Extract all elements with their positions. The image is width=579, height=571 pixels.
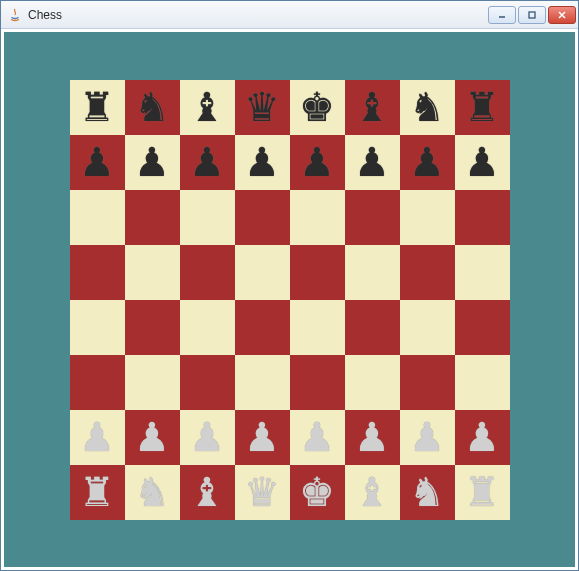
square-d1[interactable]: ♛ — [235, 465, 290, 520]
square-a3[interactable] — [70, 355, 125, 410]
black-pawn[interactable]: ♟ — [79, 142, 115, 182]
minimize-button[interactable] — [488, 6, 516, 24]
black-rook[interactable]: ♜ — [79, 87, 115, 127]
square-e8[interactable]: ♚ — [290, 80, 345, 135]
square-c8[interactable]: ♝ — [180, 80, 235, 135]
white-pawn[interactable]: ♟ — [299, 417, 335, 457]
square-d8[interactable]: ♛ — [235, 80, 290, 135]
square-b5[interactable] — [125, 245, 180, 300]
square-g6[interactable] — [400, 190, 455, 245]
black-pawn[interactable]: ♟ — [299, 142, 335, 182]
square-b3[interactable] — [125, 355, 180, 410]
square-a1[interactable]: ♜ — [70, 465, 125, 520]
square-e1[interactable]: ♚ — [290, 465, 345, 520]
square-f7[interactable]: ♟ — [345, 135, 400, 190]
black-knight[interactable]: ♞ — [409, 87, 445, 127]
square-a8[interactable]: ♜ — [70, 80, 125, 135]
black-king[interactable]: ♚ — [299, 87, 335, 127]
white-pawn[interactable]: ♟ — [189, 417, 225, 457]
square-e5[interactable] — [290, 245, 345, 300]
square-h8[interactable]: ♜ — [455, 80, 510, 135]
black-bishop[interactable]: ♝ — [189, 87, 225, 127]
square-c3[interactable] — [180, 355, 235, 410]
black-pawn[interactable]: ♟ — [464, 142, 500, 182]
square-c1[interactable]: ♝ — [180, 465, 235, 520]
black-rook[interactable]: ♜ — [464, 87, 500, 127]
white-rook[interactable]: ♜ — [79, 472, 115, 512]
square-a7[interactable]: ♟ — [70, 135, 125, 190]
square-f3[interactable] — [345, 355, 400, 410]
square-h3[interactable] — [455, 355, 510, 410]
square-d3[interactable] — [235, 355, 290, 410]
square-h5[interactable] — [455, 245, 510, 300]
square-d2[interactable]: ♟ — [235, 410, 290, 465]
square-a5[interactable] — [70, 245, 125, 300]
black-pawn[interactable]: ♟ — [354, 142, 390, 182]
square-g3[interactable] — [400, 355, 455, 410]
chess-board[interactable]: ♜♞♝♛♚♝♞♜♟♟♟♟♟♟♟♟♟♟♟♟♟♟♟♟♜♞♝♛♚♝♞♜ — [70, 80, 510, 520]
square-g1[interactable]: ♞ — [400, 465, 455, 520]
square-a2[interactable]: ♟ — [70, 410, 125, 465]
square-h6[interactable] — [455, 190, 510, 245]
square-b2[interactable]: ♟ — [125, 410, 180, 465]
square-d6[interactable] — [235, 190, 290, 245]
white-pawn[interactable]: ♟ — [79, 417, 115, 457]
square-f6[interactable] — [345, 190, 400, 245]
square-g7[interactable]: ♟ — [400, 135, 455, 190]
square-e2[interactable]: ♟ — [290, 410, 345, 465]
square-c7[interactable]: ♟ — [180, 135, 235, 190]
square-c4[interactable] — [180, 300, 235, 355]
white-pawn[interactable]: ♟ — [409, 417, 445, 457]
square-f1[interactable]: ♝ — [345, 465, 400, 520]
square-f4[interactable] — [345, 300, 400, 355]
close-button[interactable] — [548, 6, 576, 24]
square-h4[interactable] — [455, 300, 510, 355]
white-rook[interactable]: ♜ — [464, 472, 500, 512]
square-h1[interactable]: ♜ — [455, 465, 510, 520]
square-g8[interactable]: ♞ — [400, 80, 455, 135]
square-e3[interactable] — [290, 355, 345, 410]
black-pawn[interactable]: ♟ — [409, 142, 445, 182]
white-bishop[interactable]: ♝ — [354, 472, 390, 512]
white-pawn[interactable]: ♟ — [464, 417, 500, 457]
square-f5[interactable] — [345, 245, 400, 300]
white-king[interactable]: ♚ — [299, 472, 335, 512]
black-queen[interactable]: ♛ — [244, 87, 280, 127]
black-pawn[interactable]: ♟ — [134, 142, 170, 182]
square-b4[interactable] — [125, 300, 180, 355]
square-g2[interactable]: ♟ — [400, 410, 455, 465]
square-e4[interactable] — [290, 300, 345, 355]
square-a6[interactable] — [70, 190, 125, 245]
square-d7[interactable]: ♟ — [235, 135, 290, 190]
white-queen[interactable]: ♛ — [244, 472, 280, 512]
black-pawn[interactable]: ♟ — [189, 142, 225, 182]
titlebar[interactable]: Chess — [1, 1, 578, 29]
square-d4[interactable] — [235, 300, 290, 355]
white-bishop[interactable]: ♝ — [189, 472, 225, 512]
black-bishop[interactable]: ♝ — [354, 87, 390, 127]
white-pawn[interactable]: ♟ — [354, 417, 390, 457]
square-b7[interactable]: ♟ — [125, 135, 180, 190]
square-c6[interactable] — [180, 190, 235, 245]
square-b6[interactable] — [125, 190, 180, 245]
square-e6[interactable] — [290, 190, 345, 245]
white-knight[interactable]: ♞ — [134, 472, 170, 512]
square-h2[interactable]: ♟ — [455, 410, 510, 465]
square-h7[interactable]: ♟ — [455, 135, 510, 190]
square-c5[interactable] — [180, 245, 235, 300]
square-e7[interactable]: ♟ — [290, 135, 345, 190]
black-pawn[interactable]: ♟ — [244, 142, 280, 182]
white-pawn[interactable]: ♟ — [244, 417, 280, 457]
square-g5[interactable] — [400, 245, 455, 300]
square-c2[interactable]: ♟ — [180, 410, 235, 465]
square-b1[interactable]: ♞ — [125, 465, 180, 520]
square-b8[interactable]: ♞ — [125, 80, 180, 135]
white-knight[interactable]: ♞ — [409, 472, 445, 512]
square-f2[interactable]: ♟ — [345, 410, 400, 465]
square-a4[interactable] — [70, 300, 125, 355]
square-g4[interactable] — [400, 300, 455, 355]
maximize-button[interactable] — [518, 6, 546, 24]
square-f8[interactable]: ♝ — [345, 80, 400, 135]
white-pawn[interactable]: ♟ — [134, 417, 170, 457]
black-knight[interactable]: ♞ — [134, 87, 170, 127]
